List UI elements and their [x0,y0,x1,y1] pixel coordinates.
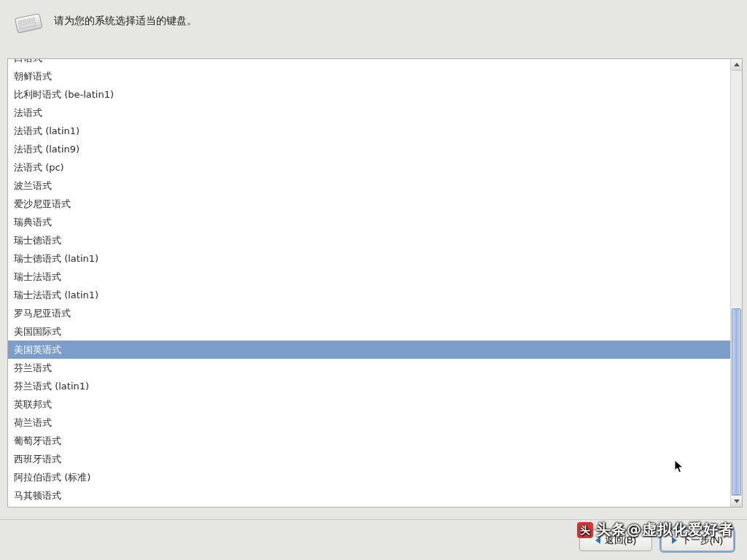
list-item[interactable]: 葡萄牙语式 [8,432,730,450]
back-button-label: 返回(B) [605,534,636,547]
back-button[interactable]: 返回(B) [579,529,652,551]
keyboard-listbox[interactable]: 口语式朝鲜语式比利时语式 (be-latin1)法语式法语式 (latin1)法… [8,59,730,507]
list-item[interactable]: 瑞士德语式 (latin1) [8,249,730,268]
keyboard-list-container: 口语式朝鲜语式比利时语式 (be-latin1)法语式法语式 (latin1)法… [7,58,743,508]
chevron-up-icon [734,63,740,66]
arrow-right-icon [672,537,677,544]
chevron-down-icon [734,499,740,503]
list-item[interactable]: 法语式 (latin9) [8,140,730,158]
list-item[interactable]: 西班牙语式 [8,450,730,468]
list-item[interactable]: 罗马尼亚语式 [8,304,730,322]
list-item[interactable]: 波兰语式 [8,176,730,195]
scroll-thumb[interactable] [732,308,741,495]
list-item[interactable]: 瑞士法语式 (latin1) [8,286,730,304]
list-item[interactable]: 口语式 [8,59,730,67]
list-item[interactable]: 瑞士法语式 [8,268,730,286]
list-item[interactable]: 比利时语式 (be-latin1) [8,85,730,104]
svg-rect-2 [23,20,26,23]
footer: 返回(B) 下一步(N) [0,519,747,560]
scroll-down-button[interactable] [731,495,742,507]
list-item[interactable]: 荷兰语式 [8,413,730,432]
next-button-label: 下一步(N) [681,534,723,547]
keyboard-icon [13,10,44,35]
list-item[interactable]: 美国国际式 [8,322,730,341]
list-item[interactable]: 美国英语式 [8,341,730,359]
list-item[interactable]: 阿拉伯语式 (标准) [8,468,730,486]
svg-rect-1 [18,20,22,24]
list-item[interactable]: 芬兰语式 [8,359,730,377]
instruction-text: 请为您的系统选择适当的键盘。 [54,10,197,28]
svg-rect-3 [27,18,31,22]
scroll-up-button[interactable] [731,59,742,71]
list-item[interactable]: 瑞士德语式 [8,231,730,249]
list-item[interactable]: 英联邦式 [8,395,730,413]
list-item[interactable]: 法语式 [8,104,730,122]
arrow-left-icon [595,537,600,544]
list-item[interactable]: 朝鲜语式 [8,67,730,85]
list-item[interactable]: 瑞典语式 [8,213,730,231]
svg-rect-4 [31,18,35,21]
list-item[interactable]: 芬兰语式 (latin1) [8,377,730,395]
list-item[interactable]: 法语式 (pc) [8,158,730,176]
list-item[interactable]: 法语式 (latin1) [8,122,730,140]
header: 请为您的系统选择适当的键盘。 [0,0,747,41]
next-button[interactable]: 下一步(N) [661,529,734,551]
scroll-track[interactable] [731,71,742,495]
list-item[interactable]: 马其顿语式 [8,486,730,505]
list-item[interactable]: 爱沙尼亚语式 [8,195,730,213]
vertical-scrollbar[interactable] [730,59,742,507]
